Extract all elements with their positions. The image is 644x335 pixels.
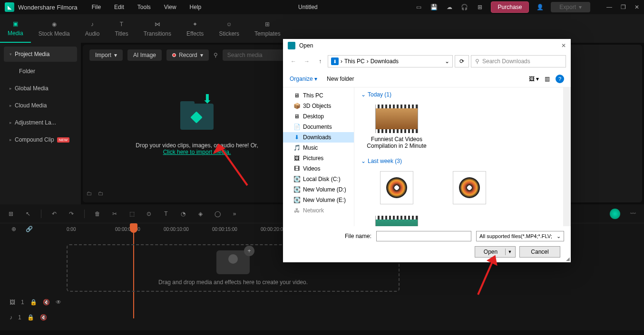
scrollbar[interactable] (563, 87, 571, 226)
purchase-button[interactable]: Purchase (491, 1, 529, 13)
up-icon[interactable]: ↑ (314, 56, 326, 67)
crop-icon[interactable]: ⬚ (127, 210, 136, 218)
search-icon[interactable]: ⚲ (214, 52, 218, 58)
dialog-search-input[interactable]: ⚲Search Downloads (471, 55, 566, 67)
refresh-button[interactable]: ⟳ (455, 55, 469, 67)
sidebar-item-cloud-media[interactable]: ▸Cloud Media (4, 98, 77, 113)
mute-icon[interactable]: 🔇 (43, 299, 50, 306)
video-track-icon[interactable]: 🖼 (10, 299, 15, 306)
lock-icon[interactable]: 🔒 (27, 314, 34, 321)
device-icon[interactable]: ▭ (415, 3, 423, 11)
menu-file[interactable]: File (92, 4, 101, 10)
menu-help[interactable]: Help (190, 4, 202, 10)
menu-edit[interactable]: Edit (114, 4, 124, 10)
sidebar-item-folder[interactable]: Folder (4, 64, 77, 79)
tree-pictures[interactable]: 🖼Pictures (283, 153, 354, 163)
tree-3d-objects[interactable]: 📦3D Objects (283, 101, 354, 111)
visible-icon[interactable]: 👁 (56, 299, 61, 306)
grid-icon[interactable]: ⊞ (7, 210, 15, 218)
sidebar-item-project-media[interactable]: ▾Project Media (4, 47, 77, 62)
tree-documents[interactable]: 📄Documents (283, 122, 354, 132)
tab-audio[interactable]: ♪Audio (78, 14, 107, 43)
tree-disk-d[interactable]: 💽New Volume (D:) (283, 184, 354, 195)
account-icon[interactable]: 👤 (536, 3, 544, 11)
back-icon[interactable]: ← (288, 56, 299, 67)
breadcrumb[interactable]: ⬇ › This PC › Downloads ⌄ (328, 55, 453, 67)
cursor-icon[interactable]: ↖ (24, 210, 32, 218)
more-icon[interactable]: » (230, 210, 239, 218)
bin-icon[interactable]: 🗀 (98, 190, 104, 199)
filename-input[interactable] (376, 231, 471, 241)
tree-desktop[interactable]: 🖥Desktop (283, 111, 354, 122)
forward-icon[interactable]: → (301, 56, 312, 67)
chevron-down-icon[interactable]: ⌄ (445, 58, 449, 65)
tree-disk-c[interactable]: 💽Local Disk (C:) (283, 174, 354, 184)
lock-icon[interactable]: 🔒 (30, 299, 37, 306)
preview-icon[interactable]: ▥ (545, 76, 550, 82)
link-icon[interactable]: 🔗 (25, 225, 33, 233)
file-item[interactable] (366, 171, 428, 207)
tree-this-pc[interactable]: 🖥This PC (283, 90, 354, 101)
maximize-icon[interactable]: ❐ (621, 4, 626, 10)
waveform-icon[interactable]: 〰 (629, 210, 637, 218)
track-add-icon[interactable]: ⊕ (10, 225, 18, 233)
tab-transitions[interactable]: ⋈Transitions (136, 14, 179, 43)
record-button[interactable]: Record▾ (166, 49, 209, 61)
timeline-ruler[interactable]: 0:00 00:00:05:00 00:00:10:00 00:00:15:00… (67, 223, 309, 235)
tab-titles[interactable]: TTitles (107, 14, 136, 43)
tree-music[interactable]: 🎵Music (283, 143, 354, 153)
breadcrumb-item[interactable]: Downloads (371, 58, 399, 65)
file-item[interactable] (366, 216, 428, 226)
audio-track-icon[interactable]: ♪ (10, 314, 12, 321)
sidebar-item-global-media[interactable]: ▸Global Media (4, 81, 77, 96)
tab-templates[interactable]: ⊞Templates (247, 14, 288, 43)
tree-videos[interactable]: 🎞Videos (283, 163, 354, 174)
view-mode-icon[interactable]: 🖼 ▾ (529, 76, 539, 82)
file-item[interactable]: Funniest Cat Videos Compilation in 2 Min… (366, 105, 428, 149)
delete-icon[interactable]: 🗑 (93, 210, 102, 218)
tab-effects[interactable]: ✦Effects (179, 14, 211, 43)
menu-tools[interactable]: Tools (137, 4, 151, 10)
close-icon[interactable]: ✕ (561, 42, 566, 49)
help-icon[interactable]: ? (556, 75, 564, 83)
tab-stock-media[interactable]: ◉Stock Media (31, 14, 78, 43)
keyframe-icon[interactable]: ◈ (196, 210, 205, 218)
mute-icon[interactable]: 🔇 (40, 314, 47, 321)
speed-icon[interactable]: ⊙ (145, 210, 153, 218)
minimize-icon[interactable]: — (606, 4, 612, 10)
file-filter-select[interactable]: All supported files(*.MP4;*.FLV;⌄ (476, 231, 564, 241)
new-folder-icon[interactable]: 🗀 (87, 190, 92, 199)
cloud-icon[interactable]: ☁ (445, 3, 454, 11)
tree-disk-e[interactable]: 💽New Volume (E:) (283, 195, 354, 205)
tree-downloads[interactable]: ⬇Downloads (283, 132, 354, 143)
tree-network[interactable]: 🖧Network (283, 205, 354, 216)
headphones-icon[interactable]: 🎧 (460, 3, 469, 11)
mask-icon[interactable]: ◯ (213, 210, 222, 218)
redo-icon[interactable]: ↷ (67, 210, 76, 218)
group-today[interactable]: ⌄Today (1) (361, 91, 391, 98)
breadcrumb-item[interactable]: This PC (344, 58, 365, 65)
apps-icon[interactable]: ⊞ (476, 3, 484, 11)
ai-assistant-icon[interactable] (610, 209, 620, 219)
group-last-week[interactable]: ⌄Last week (3) (361, 158, 402, 164)
chevron-down-icon[interactable]: ▼ (506, 249, 514, 254)
ai-image-button[interactable]: AI Image (127, 49, 162, 61)
undo-icon[interactable]: ↶ (50, 210, 59, 218)
tab-media[interactable]: ▣Media (0, 14, 31, 43)
save-icon[interactable]: 💾 (430, 3, 439, 11)
resize-grip-icon[interactable]: ◢ (566, 256, 570, 261)
tab-stickers[interactable]: ☺Stickers (211, 14, 247, 43)
color-icon[interactable]: ◔ (179, 210, 187, 218)
sidebar-item-adjustment-layer[interactable]: ▸Adjustment La... (4, 115, 77, 130)
export-button[interactable]: Export▾ (551, 2, 590, 12)
menu-view[interactable]: View (164, 4, 176, 10)
text-icon[interactable]: T (162, 210, 170, 218)
new-folder-button[interactable]: New folder (327, 76, 354, 82)
file-item[interactable] (439, 171, 500, 207)
split-icon[interactable]: ✂ (110, 210, 119, 218)
sidebar-item-compound-clip[interactable]: ▸Compound ClipNEW (4, 132, 77, 147)
organize-button[interactable]: Organize ▾ (290, 76, 317, 82)
cancel-button[interactable]: Cancel (519, 246, 560, 258)
import-button[interactable]: Import▾ (89, 49, 123, 61)
close-icon[interactable]: ✕ (634, 4, 639, 10)
